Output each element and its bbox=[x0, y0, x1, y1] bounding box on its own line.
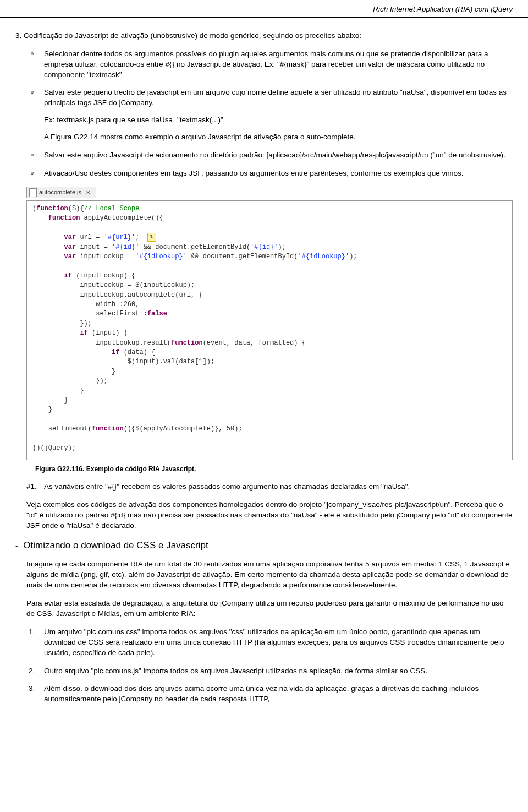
numbered-item: 2. Outro arquivo "plc.comuns.js" importa… bbox=[44, 666, 513, 677]
num-marker: 1. bbox=[29, 627, 35, 637]
num-text: Outro arquivo "plc.comuns.js" importa to… bbox=[44, 667, 427, 675]
editor-tab[interactable]: autocomplete.js ✕ bbox=[26, 187, 96, 198]
numbered-item: 1. Um arquivo "plc.comuns.css" importa t… bbox=[44, 627, 513, 658]
num-text: Além disso, o download dos dois arquivos… bbox=[44, 684, 479, 703]
sublist-text: Ativação/Uso destes componentes em tags … bbox=[44, 169, 463, 177]
num-marker: 3. bbox=[29, 684, 35, 694]
hash-item: #1. As variáveis entre "#{}" recebem os … bbox=[44, 482, 513, 492]
hash-text: As variáveis entre "#{}" recebem os valo… bbox=[44, 482, 410, 491]
list-item-3: 3. Codificação do Javascript de ativação… bbox=[15, 31, 513, 41]
sublist-extra: Ex: textmask.js para que se use riaUsa="… bbox=[44, 115, 513, 126]
sublist-item: o Salvar este pequeno trecho de javascri… bbox=[44, 88, 513, 143]
list-marker: 3. bbox=[15, 31, 21, 40]
hash-marker: #1. bbox=[26, 482, 37, 492]
section-title: Otimizando o download de CSS e Javascrip… bbox=[23, 540, 208, 551]
sublist-text: Salvar este pequeno trecho de javascript… bbox=[44, 88, 507, 107]
sublist-item: o Salvar este arquivo Javascript de acio… bbox=[44, 150, 513, 161]
hash-list: #1. As variáveis entre "#{}" recebem os … bbox=[15, 482, 513, 492]
sublist-text: Salvar este arquivo Javascript de aciona… bbox=[44, 151, 505, 159]
circle-marker: o bbox=[31, 89, 34, 96]
numbered-item: 3. Além disso, o download dos dois arqui… bbox=[44, 684, 513, 705]
circle-marker: o bbox=[31, 170, 34, 177]
circle-marker: o bbox=[31, 50, 34, 57]
close-icon[interactable]: ✕ bbox=[86, 189, 90, 197]
tab-label: autocomplete.js bbox=[39, 188, 81, 197]
code-body: (function($){// Local Scope function app… bbox=[26, 200, 513, 461]
list-text: Codificação do Javascript de ativação (u… bbox=[24, 31, 361, 40]
sublist-extra: A Figura G22.14 mostra como exemplo o ar… bbox=[44, 132, 513, 143]
figure-caption: Figura G22.116. Exemplo de código RIA Ja… bbox=[35, 465, 513, 474]
circle-marker: o bbox=[31, 151, 34, 159]
code-figure: autocomplete.js ✕ (function($){// Local … bbox=[26, 187, 513, 460]
code-annotation-1: 1 bbox=[147, 233, 156, 242]
body-paragraph: Imagine que cada componente RIA de um to… bbox=[26, 559, 513, 591]
sublist: o Selecionar dentre todos os argumentos … bbox=[15, 49, 513, 179]
numbered-list: 1. Um arquivo "plc.comuns.css" importa t… bbox=[15, 627, 513, 705]
file-icon bbox=[29, 188, 37, 197]
sublist-item: o Ativação/Uso destes componentes em tag… bbox=[44, 168, 513, 179]
section-heading: - Otimizando o download de CSS e Javascr… bbox=[15, 539, 513, 552]
body-paragraph: Para evitar esta escalada de degradação,… bbox=[26, 598, 513, 619]
num-marker: 2. bbox=[29, 666, 35, 677]
num-text: Um arquivo "plc.comuns.css" importa todo… bbox=[44, 628, 504, 657]
dash-marker: - bbox=[15, 542, 18, 550]
page-header: Rich Internet Application (RIA) com jQue… bbox=[0, 0, 528, 18]
sublist-item: o Selecionar dentre todos os argumentos … bbox=[44, 49, 513, 80]
sublist-text: Selecionar dentre todos os argumentos po… bbox=[44, 50, 488, 79]
body-paragraph: Veja exemplos dos códigos de ativação do… bbox=[26, 500, 513, 531]
